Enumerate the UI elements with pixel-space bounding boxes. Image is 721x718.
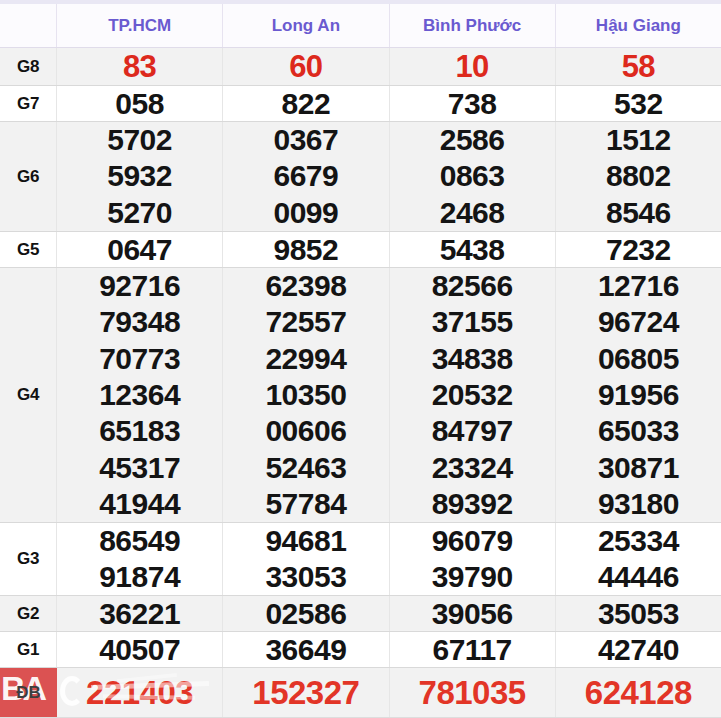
- prize-cell-g1-col1: 40507: [57, 632, 223, 667]
- lottery-results-table: TP.HCMLong AnBình PhướcHậu Giang G883601…: [0, 0, 721, 718]
- prize-cell-db-col3: 781035: [390, 668, 556, 717]
- header-corner-cell: [0, 4, 57, 47]
- prize-number: 67117: [432, 635, 511, 665]
- prize-number: 1512: [606, 125, 671, 155]
- prize-cell-g4-col2: 62398725572299410350006065246357784: [223, 268, 389, 522]
- prize-number: 37155: [432, 307, 513, 337]
- column-header-2[interactable]: Long An: [223, 4, 389, 47]
- prize-cell-g7-col2: 822: [223, 86, 389, 121]
- prize-number: 12716: [598, 271, 679, 301]
- prize-number: 9852: [274, 235, 339, 265]
- row-label-cell-g1: G1: [0, 632, 57, 667]
- table-header-row: TP.HCMLong AnBình PhướcHậu Giang: [0, 4, 721, 48]
- prize-number: 39790: [432, 562, 513, 592]
- prize-number: 40507: [99, 635, 180, 665]
- row-label-g7: G7: [17, 94, 39, 114]
- prize-cell-db-col4: 624128: [556, 668, 721, 717]
- prize-row-g1: G140507366496711742740: [0, 632, 721, 668]
- prize-cell-g3-col4: 2533444446: [556, 523, 721, 595]
- prize-cell-g8-col1: 83: [57, 48, 223, 85]
- prize-number: 35053: [598, 599, 679, 629]
- watermark-ring: [60, 676, 84, 706]
- column-header-label: TP.HCM: [108, 16, 171, 36]
- prize-number: 8802: [606, 161, 671, 191]
- prize-cell-g5-col2: 9852: [223, 232, 389, 267]
- row-label-g8: G8: [17, 57, 39, 77]
- row-label-db: ĐB: [16, 683, 41, 703]
- table-body: G883601058G7058822738532G657025932527003…: [0, 48, 721, 718]
- row-label-cell-g3: G3: [0, 523, 57, 595]
- row-label-g3: G3: [17, 549, 39, 569]
- prize-number: 7232: [606, 235, 671, 265]
- row-label-g1: G1: [17, 640, 39, 660]
- prize-number: 0367: [274, 125, 339, 155]
- prize-number: 5270: [107, 198, 172, 228]
- prize-number: 738: [448, 89, 497, 119]
- prize-cell-g2-col3: 39056: [390, 596, 556, 631]
- prize-row-db: BAĐB221403152327781035624128: [0, 668, 721, 718]
- prize-number: 8546: [606, 198, 671, 228]
- row-label-cell-g4: G4: [0, 268, 57, 522]
- column-header-1[interactable]: TP.HCM: [57, 4, 223, 47]
- prize-cell-g5-col1: 0647: [57, 232, 223, 267]
- prize-number: 5438: [440, 235, 505, 265]
- prize-number: 822: [282, 89, 331, 119]
- prize-number: 2468: [440, 198, 505, 228]
- prize-number: 94681: [265, 526, 346, 556]
- column-header-4[interactable]: Hậu Giang: [556, 4, 721, 47]
- prize-cell-g3-col2: 9468133053: [223, 523, 389, 595]
- prize-number: 45317: [99, 453, 180, 483]
- prize-number: 781035: [419, 676, 526, 709]
- prize-number: 52463: [265, 453, 346, 483]
- prize-number: 42740: [598, 635, 679, 665]
- prize-number: 22994: [265, 344, 346, 374]
- prize-number: 20532: [432, 380, 513, 410]
- prize-cell-g6-col2: 036766790099: [223, 122, 389, 231]
- prize-cell-g8-col4: 58: [556, 48, 721, 85]
- prize-number: 44446: [598, 562, 679, 592]
- prize-number: 92716: [99, 271, 180, 301]
- prize-number: 36649: [265, 635, 346, 665]
- prize-number: 23324: [432, 453, 513, 483]
- prize-row-g4: G492716793487077312364651834531741944623…: [0, 268, 721, 523]
- prize-number: 0863: [440, 161, 505, 191]
- prize-number: 96079: [432, 526, 513, 556]
- prize-number: 00606: [265, 416, 346, 446]
- prize-cell-g5-col3: 5438: [390, 232, 556, 267]
- prize-cell-db-col1: 221403: [57, 668, 223, 717]
- prize-number: 0647: [107, 235, 172, 265]
- prize-number: 96724: [598, 307, 679, 337]
- prize-number: 10350: [265, 380, 346, 410]
- prize-row-g6: G657025932527003676679009925860863246815…: [0, 122, 721, 232]
- prize-number: 39056: [432, 599, 513, 629]
- row-label-cell-g2: G2: [0, 596, 57, 631]
- prize-cell-g2-col1: 36221: [57, 596, 223, 631]
- row-label-cell-g8: G8: [0, 48, 57, 85]
- prize-cell-g3-col1: 8654991874: [57, 523, 223, 595]
- prize-number: 06805: [598, 344, 679, 374]
- prize-cell-g6-col3: 258608632468: [390, 122, 556, 231]
- prize-number: 12364: [99, 380, 180, 410]
- column-header-3[interactable]: Bình Phước: [390, 4, 556, 47]
- prize-number: 5932: [107, 161, 172, 191]
- prize-cell-g2-col2: 02586: [223, 596, 389, 631]
- prize-number: 82566: [432, 271, 513, 301]
- row-label-g5: G5: [17, 240, 39, 260]
- prize-number: 152327: [252, 676, 359, 709]
- prize-number: 221403: [86, 676, 193, 709]
- prize-number: 83: [123, 51, 156, 82]
- prize-number: 5702: [107, 125, 172, 155]
- prize-number: 058: [115, 89, 164, 119]
- prize-cell-g7-col1: 058: [57, 86, 223, 121]
- prize-row-g7: G7058822738532: [0, 86, 721, 122]
- column-header-label: Hậu Giang: [596, 16, 681, 36]
- prize-cell-g6-col4: 151288028546: [556, 122, 721, 231]
- prize-cell-g6-col1: 570259325270: [57, 122, 223, 231]
- prize-number: 93180: [598, 489, 679, 519]
- prize-number: 30871: [598, 453, 679, 483]
- prize-number: 6679: [274, 161, 339, 191]
- prize-number: 0099: [274, 198, 339, 228]
- prize-cell-g1-col3: 67117: [390, 632, 556, 667]
- prize-cell-g2-col4: 35053: [556, 596, 721, 631]
- prize-number: 65183: [99, 416, 180, 446]
